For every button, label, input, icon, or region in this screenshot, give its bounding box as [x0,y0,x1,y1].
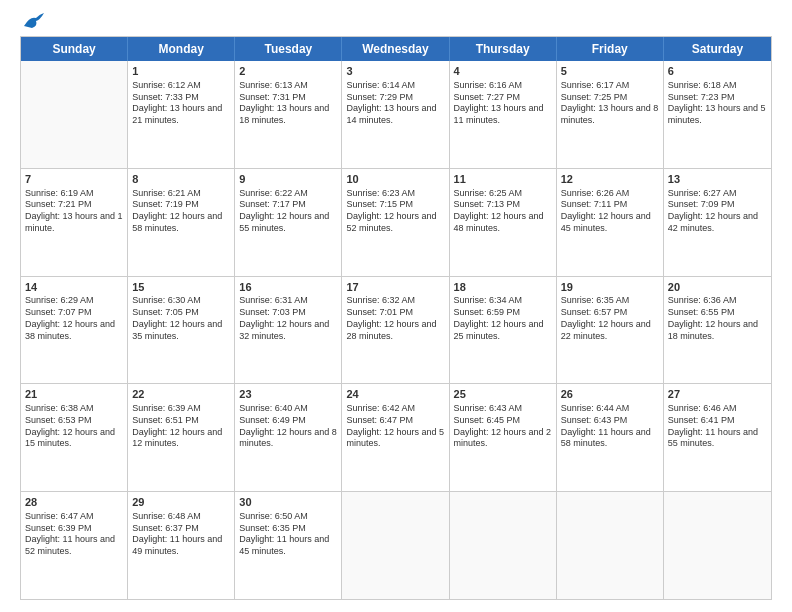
weekday-header-friday: Friday [557,37,664,61]
calendar-day-25: 25Sunrise: 6:43 AM Sunset: 6:45 PM Dayli… [450,384,557,491]
calendar-week-4: 21Sunrise: 6:38 AM Sunset: 6:53 PM Dayli… [21,384,771,492]
calendar-day-18: 18Sunrise: 6:34 AM Sunset: 6:59 PM Dayli… [450,277,557,384]
calendar-day-19: 19Sunrise: 6:35 AM Sunset: 6:57 PM Dayli… [557,277,664,384]
calendar-week-5: 28Sunrise: 6:47 AM Sunset: 6:39 PM Dayli… [21,492,771,599]
calendar-day-27: 27Sunrise: 6:46 AM Sunset: 6:41 PM Dayli… [664,384,771,491]
day-number: 16 [239,280,337,295]
day-info: Sunrise: 6:26 AM Sunset: 7:11 PM Dayligh… [561,188,659,235]
calendar-day-3: 3Sunrise: 6:14 AM Sunset: 7:29 PM Daylig… [342,61,449,168]
day-number: 7 [25,172,123,187]
calendar-day-26: 26Sunrise: 6:44 AM Sunset: 6:43 PM Dayli… [557,384,664,491]
day-number: 23 [239,387,337,402]
day-number: 25 [454,387,552,402]
calendar-day-8: 8Sunrise: 6:21 AM Sunset: 7:19 PM Daylig… [128,169,235,276]
day-number: 4 [454,64,552,79]
calendar-day-10: 10Sunrise: 6:23 AM Sunset: 7:15 PM Dayli… [342,169,449,276]
day-number: 18 [454,280,552,295]
day-info: Sunrise: 6:32 AM Sunset: 7:01 PM Dayligh… [346,295,444,342]
day-info: Sunrise: 6:25 AM Sunset: 7:13 PM Dayligh… [454,188,552,235]
calendar-week-3: 14Sunrise: 6:29 AM Sunset: 7:07 PM Dayli… [21,277,771,385]
calendar-day-13: 13Sunrise: 6:27 AM Sunset: 7:09 PM Dayli… [664,169,771,276]
day-info: Sunrise: 6:35 AM Sunset: 6:57 PM Dayligh… [561,295,659,342]
calendar-day-16: 16Sunrise: 6:31 AM Sunset: 7:03 PM Dayli… [235,277,342,384]
day-info: Sunrise: 6:17 AM Sunset: 7:25 PM Dayligh… [561,80,659,127]
day-number: 8 [132,172,230,187]
calendar-week-2: 7Sunrise: 6:19 AM Sunset: 7:21 PM Daylig… [21,169,771,277]
day-number: 30 [239,495,337,510]
weekday-header-sunday: Sunday [21,37,128,61]
day-number: 2 [239,64,337,79]
day-info: Sunrise: 6:30 AM Sunset: 7:05 PM Dayligh… [132,295,230,342]
day-number: 29 [132,495,230,510]
day-number: 19 [561,280,659,295]
day-info: Sunrise: 6:29 AM Sunset: 7:07 PM Dayligh… [25,295,123,342]
day-info: Sunrise: 6:21 AM Sunset: 7:19 PM Dayligh… [132,188,230,235]
day-number: 14 [25,280,123,295]
day-info: Sunrise: 6:36 AM Sunset: 6:55 PM Dayligh… [668,295,767,342]
calendar-day-empty [664,492,771,599]
calendar-day-9: 9Sunrise: 6:22 AM Sunset: 7:17 PM Daylig… [235,169,342,276]
day-number: 27 [668,387,767,402]
day-info: Sunrise: 6:27 AM Sunset: 7:09 PM Dayligh… [668,188,767,235]
logo-bird-icon [22,12,44,30]
day-info: Sunrise: 6:42 AM Sunset: 6:47 PM Dayligh… [346,403,444,450]
calendar-day-11: 11Sunrise: 6:25 AM Sunset: 7:13 PM Dayli… [450,169,557,276]
weekday-header-thursday: Thursday [450,37,557,61]
calendar-day-15: 15Sunrise: 6:30 AM Sunset: 7:05 PM Dayli… [128,277,235,384]
day-info: Sunrise: 6:44 AM Sunset: 6:43 PM Dayligh… [561,403,659,450]
day-number: 22 [132,387,230,402]
day-info: Sunrise: 6:12 AM Sunset: 7:33 PM Dayligh… [132,80,230,127]
calendar-week-1: 1Sunrise: 6:12 AM Sunset: 7:33 PM Daylig… [21,61,771,169]
calendar-day-2: 2Sunrise: 6:13 AM Sunset: 7:31 PM Daylig… [235,61,342,168]
calendar-day-24: 24Sunrise: 6:42 AM Sunset: 6:47 PM Dayli… [342,384,449,491]
day-info: Sunrise: 6:38 AM Sunset: 6:53 PM Dayligh… [25,403,123,450]
weekday-header-wednesday: Wednesday [342,37,449,61]
day-info: Sunrise: 6:39 AM Sunset: 6:51 PM Dayligh… [132,403,230,450]
calendar-day-empty [342,492,449,599]
calendar-day-12: 12Sunrise: 6:26 AM Sunset: 7:11 PM Dayli… [557,169,664,276]
calendar-header-row: SundayMondayTuesdayWednesdayThursdayFrid… [21,37,771,61]
calendar-day-empty [557,492,664,599]
calendar-day-20: 20Sunrise: 6:36 AM Sunset: 6:55 PM Dayli… [664,277,771,384]
day-number: 10 [346,172,444,187]
calendar-day-29: 29Sunrise: 6:48 AM Sunset: 6:37 PM Dayli… [128,492,235,599]
calendar-body: 1Sunrise: 6:12 AM Sunset: 7:33 PM Daylig… [21,61,771,599]
day-number: 20 [668,280,767,295]
calendar-day-6: 6Sunrise: 6:18 AM Sunset: 7:23 PM Daylig… [664,61,771,168]
day-info: Sunrise: 6:46 AM Sunset: 6:41 PM Dayligh… [668,403,767,450]
day-info: Sunrise: 6:22 AM Sunset: 7:17 PM Dayligh… [239,188,337,235]
day-number: 13 [668,172,767,187]
day-number: 24 [346,387,444,402]
day-number: 21 [25,387,123,402]
day-info: Sunrise: 6:48 AM Sunset: 6:37 PM Dayligh… [132,511,230,558]
day-number: 15 [132,280,230,295]
day-info: Sunrise: 6:18 AM Sunset: 7:23 PM Dayligh… [668,80,767,127]
calendar-day-30: 30Sunrise: 6:50 AM Sunset: 6:35 PM Dayli… [235,492,342,599]
calendar-day-4: 4Sunrise: 6:16 AM Sunset: 7:27 PM Daylig… [450,61,557,168]
day-info: Sunrise: 6:43 AM Sunset: 6:45 PM Dayligh… [454,403,552,450]
day-number: 9 [239,172,337,187]
calendar-day-23: 23Sunrise: 6:40 AM Sunset: 6:49 PM Dayli… [235,384,342,491]
day-info: Sunrise: 6:19 AM Sunset: 7:21 PM Dayligh… [25,188,123,235]
day-info: Sunrise: 6:14 AM Sunset: 7:29 PM Dayligh… [346,80,444,127]
calendar-day-empty [450,492,557,599]
logo [20,18,44,26]
day-number: 11 [454,172,552,187]
day-number: 12 [561,172,659,187]
day-number: 1 [132,64,230,79]
calendar-day-empty [21,61,128,168]
calendar-day-21: 21Sunrise: 6:38 AM Sunset: 6:53 PM Dayli… [21,384,128,491]
calendar-day-5: 5Sunrise: 6:17 AM Sunset: 7:25 PM Daylig… [557,61,664,168]
day-number: 6 [668,64,767,79]
calendar: SundayMondayTuesdayWednesdayThursdayFrid… [20,36,772,600]
day-info: Sunrise: 6:47 AM Sunset: 6:39 PM Dayligh… [25,511,123,558]
day-info: Sunrise: 6:50 AM Sunset: 6:35 PM Dayligh… [239,511,337,558]
page-header [20,18,772,26]
weekday-header-tuesday: Tuesday [235,37,342,61]
day-number: 17 [346,280,444,295]
day-info: Sunrise: 6:16 AM Sunset: 7:27 PM Dayligh… [454,80,552,127]
day-info: Sunrise: 6:34 AM Sunset: 6:59 PM Dayligh… [454,295,552,342]
weekday-header-monday: Monday [128,37,235,61]
day-number: 3 [346,64,444,79]
day-number: 26 [561,387,659,402]
